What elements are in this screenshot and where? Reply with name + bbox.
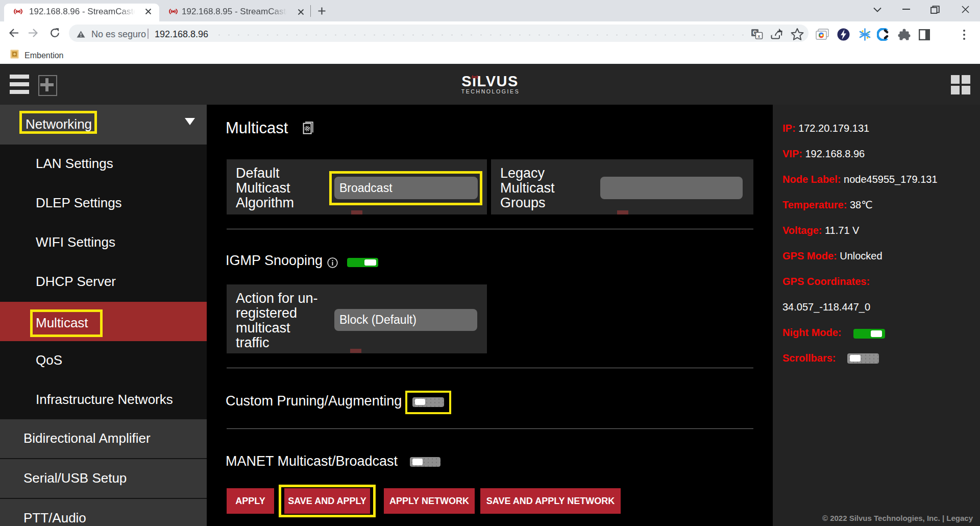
svg-text:x: x <box>757 33 761 39</box>
